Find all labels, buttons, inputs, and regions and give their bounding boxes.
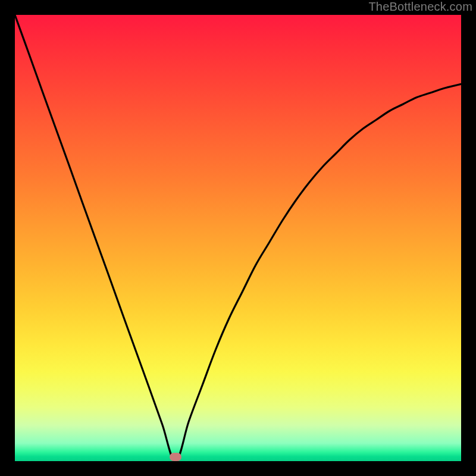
chart-frame: TheBottleneck.com bbox=[0, 0, 476, 476]
watermark-text: TheBottleneck.com bbox=[368, 0, 472, 14]
optimal-point-marker bbox=[170, 453, 181, 461]
plot-area bbox=[15, 15, 461, 461]
bottleneck-curve bbox=[15, 15, 461, 461]
